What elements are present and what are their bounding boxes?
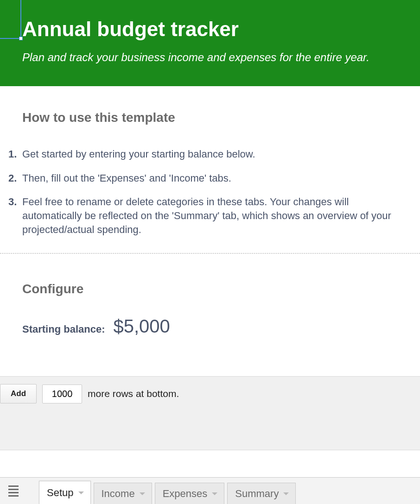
chevron-down-icon[interactable] — [212, 492, 217, 495]
add-rows-bar: Add more rows at bottom. — [0, 376, 420, 450]
chevron-down-icon[interactable] — [78, 491, 84, 494]
instructions-list: Get started by entering your starting ba… — [8, 147, 398, 236]
tab-setup[interactable]: Setup — [39, 481, 91, 504]
configure-heading: Configure — [22, 282, 398, 296]
selection-handle[interactable] — [19, 37, 23, 40]
starting-balance-row: Starting balance: $5,000 — [22, 316, 398, 337]
chevron-down-icon[interactable] — [283, 492, 289, 495]
add-rows-button[interactable]: Add — [0, 384, 37, 403]
tab-label: Setup — [47, 487, 74, 499]
chevron-down-icon[interactable] — [140, 492, 145, 495]
starting-balance-label: Starting balance: — [22, 323, 105, 335]
tab-expenses[interactable]: Expenses — [155, 483, 225, 504]
add-rows-count-input[interactable] — [42, 384, 82, 403]
tab-summary[interactable]: Summary — [227, 483, 296, 504]
section-divider — [0, 253, 420, 254]
instruction-item: Get started by entering your starting ba… — [8, 147, 398, 161]
selection-horizontal-line — [0, 38, 21, 39]
all-sheets-button[interactable] — [0, 478, 27, 504]
howto-heading: How to use this template — [22, 110, 398, 125]
sheet-tab-bar: Setup Income Expenses Summary — [0, 477, 420, 504]
main-content: How to use this template Get started by … — [0, 86, 420, 346]
add-rows-suffix: more rows at bottom. — [88, 388, 179, 399]
tab-label: Summary — [235, 488, 279, 500]
page-subtitle: Plan and track your business income and … — [22, 51, 398, 64]
hamburger-icon — [8, 485, 19, 497]
sheet-tabs: Setup Income Expenses Summary — [27, 478, 296, 504]
header-banner: Annual budget tracker Plan and track you… — [0, 0, 420, 86]
tab-label: Income — [102, 488, 135, 500]
page-title: Annual budget tracker — [22, 18, 398, 41]
tab-label: Expenses — [163, 488, 208, 500]
selection-vertical-line — [20, 0, 21, 39]
starting-balance-value[interactable]: $5,000 — [113, 316, 170, 337]
instruction-item: Feel free to rename or delete categories… — [8, 195, 398, 236]
tab-income[interactable]: Income — [94, 483, 152, 504]
instruction-item: Then, fill out the 'Expenses' and 'Incom… — [8, 171, 398, 185]
